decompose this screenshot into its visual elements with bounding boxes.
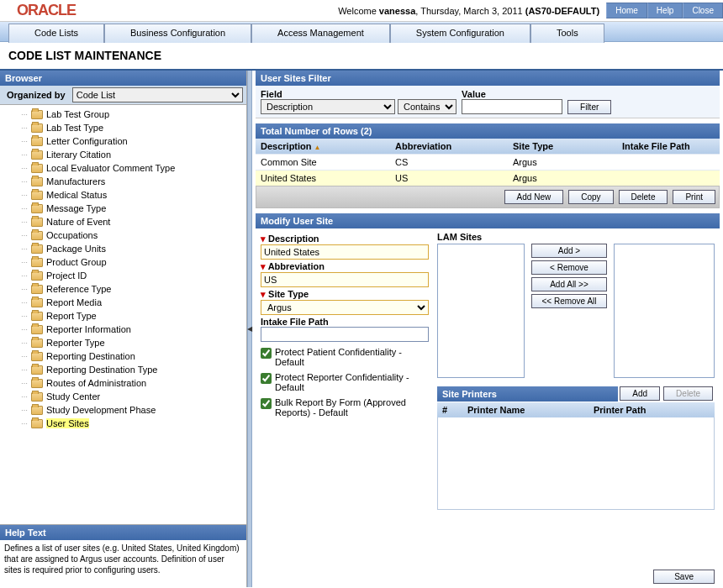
abbreviation-input[interactable] [261,272,429,287]
lam-selected-list[interactable] [614,244,715,378]
lam-remove-button[interactable]: < Remove [531,260,607,275]
lam-available-list[interactable] [437,244,525,378]
tree-item[interactable]: ⋯Product Group [0,255,246,269]
chk-patient-conf[interactable] [261,348,272,359]
folder-icon [31,379,43,388]
chk-patient-label: Protect Patient Confidentiality - Defaul… [275,347,429,367]
tree-item[interactable]: ⋯Occupations [0,228,246,242]
organized-by-label: Organized by [3,90,69,100]
printer-delete-button[interactable]: Delete [663,386,713,401]
filter-field-select[interactable]: Description [261,99,395,114]
tree-item[interactable]: ⋯Reporter Type [0,336,246,349]
tree-item[interactable]: ⋯Project ID [0,269,246,282]
welcome-date: , Thursday, March 3, 2011 [415,6,525,16]
tree-item[interactable]: ⋯Reporter Information [0,323,246,336]
table-row[interactable]: Common SiteCSArgus [256,154,720,170]
folder-icon [31,110,43,119]
lam-removeall-button[interactable]: << Remove All [531,294,607,308]
desc-label: Description [268,234,319,244]
filter-header: User Sites Filter [256,71,720,86]
code-list-tree[interactable]: ⋯Lab Test Group⋯Lab Test Type⋯Letter Con… [0,105,246,524]
save-button[interactable]: Save [653,570,715,584]
lam-add-button[interactable]: Add > [531,244,607,258]
description-input[interactable] [261,244,429,260]
grid-title: Total Number of Rows (2) [256,123,720,139]
printer-col-path: Printer Path [588,402,715,417]
nav-code-lists[interactable]: Code Lists [8,24,104,43]
copy-button[interactable]: Copy [568,190,613,204]
nav-business-config[interactable]: Business Configuration [104,24,251,43]
tree-item[interactable]: ⋯Package Units [0,242,246,255]
printer-add-button[interactable]: Add [620,386,660,401]
folder-icon [31,244,43,254]
required-icon: ▾ [261,261,266,271]
filter-value-input[interactable] [462,99,562,114]
printers-header: Site Printers [437,386,618,402]
required-icon: ▾ [261,234,266,244]
site-type-select[interactable]: Argus [261,300,429,315]
welcome-prefix: Welcome [338,6,379,16]
tree-item[interactable]: ⋯Routes of Administration [0,376,246,390]
help-button[interactable]: Help [647,3,683,18]
folder-icon [31,352,43,361]
folder-icon [31,231,43,240]
tree-item[interactable]: ⋯Literary Citation [0,148,246,161]
folder-icon [31,137,43,146]
nav-tools[interactable]: Tools [530,24,604,43]
tree-item[interactable]: ⋯Lab Test Type [0,121,246,134]
nav-system-config[interactable]: System Configuration [390,24,530,43]
nav-access-mgmt[interactable]: Access Management [251,24,390,43]
home-button[interactable]: Home [606,3,647,18]
col-description[interactable]: Description ▲ [256,139,390,154]
main-nav: Code Lists Business Configuration Access… [0,22,723,42]
chk-bulk-report[interactable] [261,398,272,409]
table-row[interactable]: United StatesUSArgus [256,170,720,186]
tree-item[interactable]: ⋯Local Evaluator Comment Type [0,161,246,175]
tree-item[interactable]: ⋯Study Development Phase [0,403,246,417]
close-button[interactable]: Close [683,3,723,18]
browser-header: Browser [0,71,246,86]
tree-item[interactable]: ⋯Study Center [0,390,246,403]
organized-by-select[interactable]: Code List [72,87,243,102]
tree-item[interactable]: ⋯Letter Configuration [0,134,246,148]
chk-bulk-label: Bulk Report By Form (Approved Reports) -… [275,397,429,417]
folder-icon [31,204,43,213]
tree-item[interactable]: ⋯Report Type [0,309,246,323]
col-intake-path[interactable]: Intake File Path [617,139,720,154]
delete-button[interactable]: Delete [619,190,668,204]
tree-item[interactable]: ⋯Reference Type [0,282,246,296]
required-icon: ▾ [261,289,266,299]
welcome-context: (AS70-DEFAULT) [525,6,599,16]
filter-button[interactable]: Filter [567,100,611,114]
tree-item[interactable]: ⋯Medical Status [0,188,246,202]
tree-item[interactable]: ⋯Message Type [0,202,246,215]
print-button[interactable]: Print [673,190,715,204]
lam-addall-button[interactable]: Add All >> [531,277,607,291]
printers-grid[interactable] [437,417,715,510]
add-new-button[interactable]: Add New [504,190,564,204]
filter-op-select[interactable]: Contains [398,99,456,114]
tree-item[interactable]: ⋯Manufacturers [0,175,246,188]
folder-icon [31,177,43,186]
folder-icon [31,406,43,415]
tree-item[interactable]: ⋯Reporting Destination [0,349,246,363]
tree-item[interactable]: ⋯Reporting Destination Type [0,363,246,376]
folder-icon [31,339,43,348]
folder-icon [31,285,43,294]
tree-item[interactable]: ⋯User Sites [0,417,246,430]
tree-item[interactable]: ⋯Nature of Event [0,215,246,228]
chk-reporter-conf[interactable] [261,373,272,384]
tree-item[interactable]: ⋯Report Media [0,296,246,309]
col-abbreviation[interactable]: Abbreviation [390,139,508,154]
intake-path-input[interactable] [261,327,429,342]
folder-icon [31,258,43,267]
folder-icon [31,218,43,227]
folder-icon [31,365,43,375]
col-site-type[interactable]: Site Type [508,139,617,154]
type-label: Site Type [268,289,309,299]
tree-item[interactable]: ⋯Lab Test Group [0,108,246,121]
printer-col-name: Printer Name [462,402,588,417]
folder-icon [31,312,43,321]
folder-icon [31,298,43,307]
filter-value-label: Value [462,89,562,99]
